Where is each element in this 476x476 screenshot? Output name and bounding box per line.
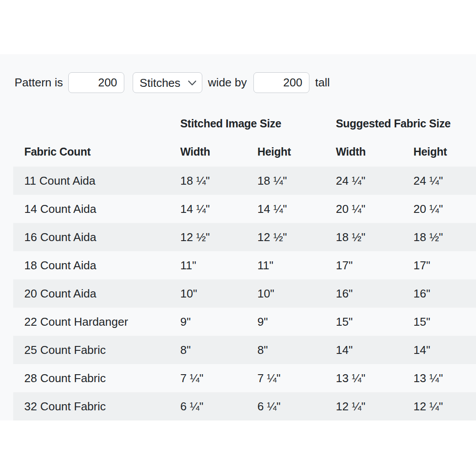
fabric-count-cell: 25 Count Fabric: [13, 336, 180, 364]
pattern-size-form: Pattern is Stitches wide by tall: [15, 72, 476, 93]
column-header-stitched-height: Height: [257, 134, 336, 167]
stitched-width-cell: 6 ¼": [180, 392, 257, 420]
units-select-wrap: Stitches: [133, 72, 202, 93]
column-header-fabric-count: Fabric Count: [13, 134, 180, 167]
stitched-height-cell: 14 ¼": [257, 195, 336, 223]
table-row: 11 Count Aida 18 ¼" 18 ¼" 24 ¼" 24 ¼": [13, 167, 476, 195]
group-header-stitched-image-size: Stitched Image Size: [180, 113, 336, 134]
fabric-height-cell: 20 ¼": [413, 195, 476, 223]
stitched-height-cell: 11": [257, 251, 336, 279]
table-row: 20 Count Aida 10" 10" 16" 16": [13, 279, 476, 308]
top-whitespace: [0, 0, 476, 54]
fabric-width-cell: 16": [336, 279, 413, 308]
stitched-height-cell: 10": [257, 279, 336, 308]
fabric-height-cell: 24 ¼": [413, 167, 476, 195]
pattern-is-label: Pattern is: [15, 76, 63, 89]
fabric-height-cell: 13 ¼": [413, 364, 476, 392]
stitched-width-cell: 18 ¼": [180, 167, 257, 195]
fabric-size-table: Stitched Image Size Suggested Fabric Siz…: [13, 113, 476, 420]
fabric-width-cell: 12 ¼": [336, 392, 413, 420]
fabric-width-cell: 13 ¼": [336, 364, 413, 392]
fabric-count-cell: 22 Count Hardanger: [13, 308, 180, 336]
table-row: 28 Count Fabric 7 ¼" 7 ¼" 13 ¼" 13 ¼": [13, 364, 476, 392]
pattern-width-input[interactable]: [68, 72, 124, 93]
fabric-width-cell: 14": [336, 336, 413, 364]
table-row: 32 Count Fabric 6 ¼" 6 ¼" 12 ¼" 12 ¼": [13, 392, 476, 420]
group-header-spacer: [13, 113, 180, 134]
column-header-fabric-width: Width: [336, 134, 413, 167]
stitched-height-cell: 12 ½": [257, 223, 336, 251]
fabric-width-cell: 24 ¼": [336, 167, 413, 195]
table-row: 16 Count Aida 12 ½" 12 ½" 18 ½" 18 ½": [13, 223, 476, 251]
stitched-height-cell: 9": [257, 308, 336, 336]
tall-label: tall: [315, 76, 330, 89]
fabric-count-cell: 32 Count Fabric: [13, 392, 180, 420]
fabric-height-cell: 16": [413, 279, 476, 308]
stitched-width-cell: 7 ¼": [180, 364, 257, 392]
fabric-height-cell: 12 ¼": [413, 392, 476, 420]
fabric-width-cell: 20 ¼": [336, 195, 413, 223]
fabric-height-cell: 18 ½": [413, 223, 476, 251]
fabric-count-cell: 11 Count Aida: [13, 167, 180, 195]
stitched-width-cell: 9": [180, 308, 257, 336]
fabric-count-cell: 28 Count Fabric: [13, 364, 180, 392]
stitched-height-cell: 18 ¼": [257, 167, 336, 195]
table-row: 22 Count Hardanger 9" 9" 15" 15": [13, 308, 476, 336]
table-row: 25 Count Fabric 8" 8" 14" 14": [13, 336, 476, 364]
group-header-row: Stitched Image Size Suggested Fabric Siz…: [13, 113, 476, 134]
table-row: 18 Count Aida 11" 11" 17" 17": [13, 251, 476, 279]
stitched-height-cell: 8": [257, 336, 336, 364]
column-header-stitched-width: Width: [180, 134, 257, 167]
fabric-width-cell: 18 ½": [336, 223, 413, 251]
fabric-count-cell: 16 Count Aida: [13, 223, 180, 251]
stitched-width-cell: 8": [180, 336, 257, 364]
group-header-suggested-fabric-size: Suggested Fabric Size: [336, 113, 476, 134]
units-select[interactable]: Stitches: [133, 72, 202, 93]
pattern-height-input[interactable]: [253, 72, 309, 93]
fabric-height-cell: 14": [413, 336, 476, 364]
fabric-count-cell: 14 Count Aida: [13, 195, 180, 223]
stitched-height-cell: 7 ¼": [257, 364, 336, 392]
calculator-panel: Pattern is Stitches wide by tall Stitche…: [0, 54, 476, 420]
stitched-height-cell: 6 ¼": [257, 392, 336, 420]
fabric-count-cell: 20 Count Aida: [13, 279, 180, 308]
fabric-width-cell: 17": [336, 251, 413, 279]
fabric-height-cell: 15": [413, 308, 476, 336]
fabric-height-cell: 17": [413, 251, 476, 279]
stitched-width-cell: 12 ½": [180, 223, 257, 251]
stitched-width-cell: 14 ¼": [180, 195, 257, 223]
table-row: 14 Count Aida 14 ¼" 14 ¼" 20 ¼" 20 ¼": [13, 195, 476, 223]
fabric-width-cell: 15": [336, 308, 413, 336]
stitched-width-cell: 11": [180, 251, 257, 279]
fabric-count-cell: 18 Count Aida: [13, 251, 180, 279]
stitched-width-cell: 10": [180, 279, 257, 308]
column-header-row: Fabric Count Width Height Width Height: [13, 134, 476, 167]
wide-by-label: wide by: [208, 76, 247, 89]
column-header-fabric-height: Height: [413, 134, 476, 167]
